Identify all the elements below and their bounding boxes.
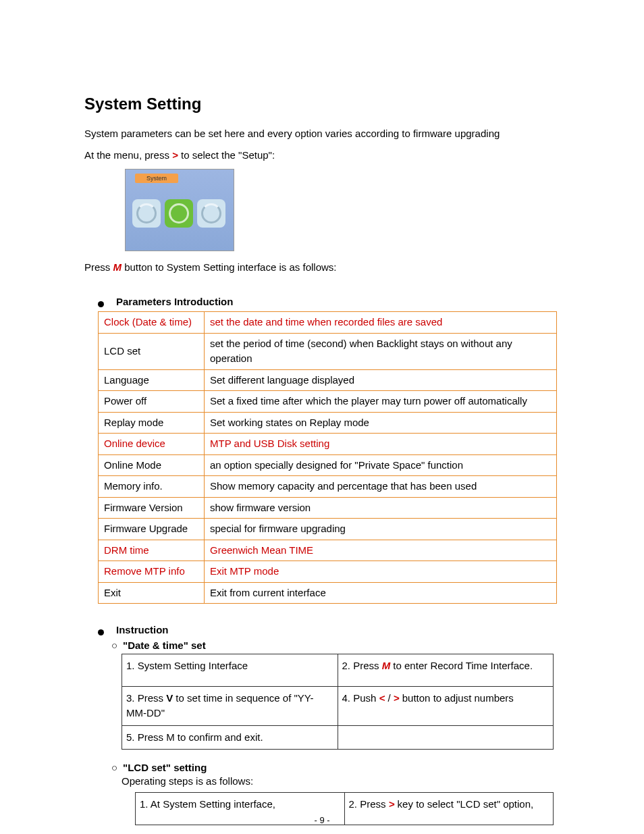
lcd-intro-text: Operating steps is as follows: (122, 773, 563, 789)
section-header-parameters: Parameters Introduction (98, 296, 563, 307)
intro-line-2: At the menu, press > to select the "Setu… (84, 147, 563, 163)
text: / (385, 692, 394, 704)
text: to select the "Setup": (178, 149, 275, 161)
param-desc-cell: special for firmware upgrading (205, 519, 557, 540)
table-row: Online Modean option specially designed … (99, 454, 557, 476)
param-desc-cell: MTP and USB Disk setting (205, 434, 557, 455)
param-desc-cell: Show memory capacity and percentage that… (205, 476, 557, 498)
page-title: System Setting (84, 95, 563, 113)
m-button-label: M (382, 660, 391, 671)
param-name-cell: Replay mode (99, 412, 205, 434)
text: to enter Record Time Interface. (390, 660, 533, 671)
sub-heading-text: "Date & time" set (123, 640, 206, 651)
param-desc-cell: Set a fixed time after which the player … (205, 391, 557, 413)
document-page: System Setting System parameters can be … (0, 0, 644, 834)
param-name-cell: Online device (99, 434, 205, 455)
text: button to adjust numbers (400, 692, 514, 704)
sub-heading-date-time: ○ "Date & time" set (111, 640, 563, 651)
step-cell: 3. Press V to set time in sequence of "Y… (122, 686, 338, 725)
text: button to System Setting interface is as… (122, 261, 337, 273)
date-time-steps-table: 1. System Setting Interface 2. Press M t… (122, 654, 554, 750)
param-name-cell: Power off (99, 391, 205, 413)
param-name-cell: Memory info. (99, 476, 205, 498)
step-cell: 1. System Setting Interface (122, 654, 338, 687)
step-cell (338, 725, 554, 750)
param-desc-cell: an option specially designed for "Privat… (205, 454, 557, 476)
section-heading: Instruction (116, 624, 169, 635)
greater-than-icon: > (172, 149, 178, 161)
param-desc-cell: Set working states on Replay mode (205, 412, 557, 434)
param-desc-cell: Exit MTP mode (205, 561, 557, 583)
bullet-icon (98, 629, 104, 635)
table-row: LCD setset the period of time (second) w… (99, 333, 557, 369)
screenshot-icon-selected (165, 199, 193, 228)
param-name-cell: Language (99, 369, 205, 391)
param-name-cell: Firmware Upgrade (99, 519, 205, 540)
bullet-icon (98, 301, 104, 307)
step-cell: 2. Press M to enter Record Time Interfac… (338, 654, 554, 687)
text: 4. Push (342, 692, 379, 704)
table-row: DRM timeGreenwich Mean TIME (99, 540, 557, 561)
table-row: Online deviceMTP and USB Disk setting (99, 434, 557, 455)
table-row: Remove MTP infoExit MTP mode (99, 561, 557, 583)
text: Press (84, 261, 113, 273)
sub-heading-text: "LCD set" setting (123, 762, 207, 773)
parameters-table: Clock (Date & time)set the date and time… (98, 311, 557, 604)
section-header-instruction: Instruction (98, 624, 563, 635)
table-row: Memory info.Show memory capacity and per… (99, 476, 557, 498)
param-desc-cell: set the period of time (second) when Bac… (205, 333, 557, 369)
table-row: Clock (Date & time)set the date and time… (99, 312, 557, 334)
table-row: Firmware Versionshow firmware version (99, 497, 557, 519)
intro-line-1: System parameters can be set here and ev… (84, 126, 563, 142)
text: 2. Press (342, 660, 382, 671)
table-row: Firmware Upgradespecial for firmware upg… (99, 519, 557, 540)
param-name-cell: Firmware Version (99, 497, 205, 519)
screenshot-icon (132, 199, 161, 228)
param-desc-cell: Exit from current interface (205, 582, 557, 604)
section-heading: Parameters Introduction (116, 296, 233, 307)
text: 1. At System Setting interface, (140, 798, 275, 810)
param-name-cell: LCD set (99, 333, 205, 369)
table-row: Replay modeSet working states on Replay … (99, 412, 557, 434)
text: key to select "LCD set" option, (394, 798, 533, 810)
text: 2. Press (349, 798, 389, 810)
param-name-cell: Online Mode (99, 454, 205, 476)
step-cell: 5. Press M to confirm and exit. (122, 725, 338, 750)
table-row: LanguageSet different language displayed (99, 369, 557, 391)
device-screenshot: System (125, 169, 234, 251)
table-row: Power offSet a fixed time after which th… (99, 391, 557, 413)
intro-line-3: Press M button to System Setting interfa… (84, 259, 563, 276)
param-desc-cell: show firmware version (205, 497, 557, 519)
sub-heading-lcd-set: ○ "LCD set" setting (111, 762, 563, 773)
param-desc-cell: Greenwich Mean TIME (205, 540, 557, 561)
param-desc-cell: set the date and time when recorded file… (205, 312, 557, 334)
param-name-cell: Remove MTP info (99, 561, 205, 583)
v-button-label: V (166, 692, 173, 704)
screenshot-icon (197, 199, 225, 228)
circle-bullet-icon: ○ (111, 640, 117, 651)
text: 5. Press M to confirm and exit. (126, 731, 263, 743)
m-button-label: M (113, 261, 122, 273)
param-name-cell: Exit (99, 582, 205, 604)
page-number: - 9 - (0, 815, 644, 825)
text: At the menu, press (84, 149, 172, 161)
step-cell: 4. Push < / > button to adjust numbers (338, 686, 554, 725)
param-name-cell: DRM time (99, 540, 205, 561)
screenshot-tab-label: System (135, 174, 178, 183)
less-than-icon: < (379, 692, 385, 704)
text: 3. Press (126, 692, 166, 704)
param-name-cell: Clock (Date & time) (99, 312, 205, 334)
param-desc-cell: Set different language displayed (205, 369, 557, 391)
circle-bullet-icon: ○ (111, 762, 117, 773)
table-row: ExitExit from current interface (99, 582, 557, 604)
text: 1. System Setting Interface (126, 660, 248, 671)
greater-than-icon: > (394, 692, 400, 704)
